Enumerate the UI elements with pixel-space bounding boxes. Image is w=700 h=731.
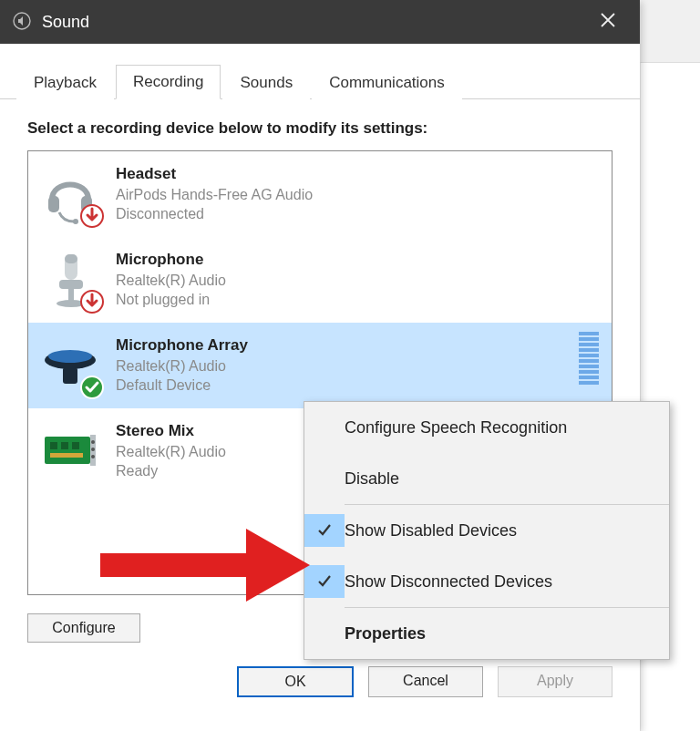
tab-sounds[interactable]: Sounds — [222, 66, 310, 99]
cm-label: Configure Speech Recognition — [345, 418, 567, 438]
svg-rect-1 — [48, 196, 59, 212]
cm-label: Show Disconnected Devices — [345, 572, 552, 592]
svg-rect-17 — [61, 442, 68, 449]
device-status: Not plugged in — [116, 290, 226, 310]
svg-point-23 — [91, 455, 95, 458]
device-name: Stereo Mix — [116, 421, 226, 442]
titlebar: Sound — [0, 0, 640, 44]
cm-disable[interactable]: Disable — [304, 453, 669, 504]
context-menu: Configure Speech Recognition Disable Sho… — [304, 401, 670, 660]
cm-label: Disable — [345, 469, 399, 489]
device-name: Headset — [116, 164, 313, 185]
cm-check-empty — [304, 411, 345, 444]
tabs: Playback Recording Sounds Communications — [0, 44, 640, 99]
svg-point-12 — [48, 350, 92, 363]
checkmark-icon — [304, 514, 345, 547]
svg-point-22 — [91, 448, 95, 451]
device-desc: Realtek(R) Audio — [116, 356, 248, 376]
configure-button[interactable]: Configure — [27, 613, 140, 643]
tab-communications[interactable]: Communications — [312, 66, 462, 99]
svg-point-21 — [91, 440, 95, 444]
svg-rect-6 — [65, 254, 77, 263]
instruction-label: Select a recording device below to modif… — [0, 99, 640, 150]
cm-check-empty — [304, 462, 345, 495]
titlebar-left: Sound — [13, 12, 89, 33]
device-desc: AirPods Hands-Free AG Audio — [116, 185, 313, 205]
level-meter — [579, 332, 599, 385]
device-headset[interactable]: Headset AirPods Hands-Free AG Audio Disc… — [28, 151, 612, 237]
tab-recording[interactable]: Recording — [116, 65, 221, 99]
device-name: Microphone — [116, 250, 226, 271]
mic-array-icon — [37, 333, 103, 398]
headset-icon — [37, 161, 103, 227]
svg-rect-13 — [63, 367, 77, 384]
cm-show-disabled[interactable]: Show Disabled Devices — [304, 505, 669, 556]
svg-point-3 — [73, 219, 78, 224]
device-status: Default Device — [116, 376, 248, 396]
down-arrow-badge-icon — [79, 203, 105, 229]
device-desc: Realtek(R) Audio — [116, 271, 226, 291]
down-arrow-badge-icon — [79, 289, 105, 314]
cm-check-empty — [304, 617, 345, 650]
tab-playback[interactable]: Playback — [16, 66, 114, 99]
cm-label: Show Disabled Devices — [345, 521, 517, 541]
svg-rect-15 — [45, 437, 90, 464]
device-microphone[interactable]: Microphone Realtek(R) Audio Not plugged … — [28, 237, 612, 323]
close-button[interactable] — [587, 5, 629, 39]
check-badge-icon — [79, 375, 105, 400]
device-mic-array[interactable]: Microphone Array Realtek(R) Audio Defaul… — [28, 323, 612, 408]
microphone-icon — [37, 247, 103, 313]
apply-button[interactable]: Apply — [498, 666, 612, 697]
device-desc: Realtek(R) Audio — [116, 442, 226, 462]
soundcard-icon — [37, 418, 103, 484]
svg-rect-8 — [68, 289, 74, 302]
window-title: Sound — [42, 13, 89, 32]
ok-button[interactable]: OK — [237, 666, 354, 697]
cancel-button[interactable]: Cancel — [368, 666, 483, 697]
svg-rect-19 — [50, 453, 83, 458]
cm-show-disconnected[interactable]: Show Disconnected Devices — [304, 556, 669, 607]
device-status: Disconnected — [116, 204, 313, 224]
svg-rect-7 — [59, 280, 83, 289]
cm-configure-speech[interactable]: Configure Speech Recognition — [304, 402, 669, 453]
speaker-icon — [13, 12, 31, 33]
svg-rect-16 — [50, 442, 57, 449]
device-name: Microphone Array — [116, 335, 248, 356]
svg-rect-18 — [72, 442, 79, 449]
device-status: Ready — [116, 461, 226, 481]
checkmark-icon — [304, 565, 345, 598]
cm-label: Properties — [345, 624, 426, 643]
cm-properties[interactable]: Properties — [304, 608, 669, 659]
